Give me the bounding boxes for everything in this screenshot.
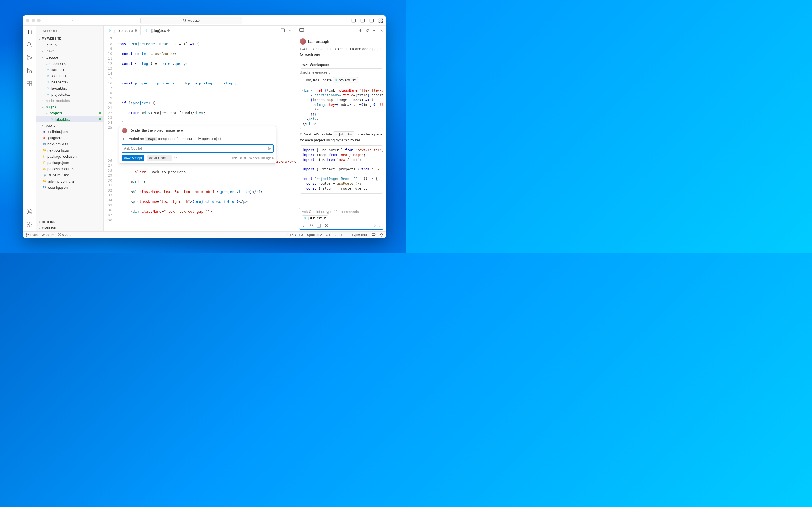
regenerate-icon[interactable]: ↻ [174, 156, 177, 161]
file-tsconfig[interactable]: TStsconfig.json [36, 184, 103, 190]
encoding-status[interactable]: UTF-8 [326, 233, 336, 237]
outline-section[interactable]: ›OUTLINE [36, 219, 103, 225]
slash-command-icon[interactable] [317, 224, 321, 228]
errors-status[interactable]: ⓧ0 ⚠0 [58, 232, 71, 237]
file-eslint[interactable]: ◉.eslintrc.json [36, 128, 103, 135]
remove-context-icon[interactable]: ✕ [323, 216, 326, 220]
chat-username: bamurtaugh [308, 40, 329, 44]
search-activity[interactable] [26, 41, 33, 48]
tab-slug[interactable]: ⚛ [slug].tsx [141, 25, 173, 35]
inline-more-icon[interactable]: ⋯ [179, 156, 183, 161]
history-icon[interactable]: ↺ [366, 29, 369, 33]
new-chat-icon[interactable]: + [359, 28, 362, 33]
workspace-badge[interactable]: </> Workspace [300, 61, 383, 69]
folder-github[interactable]: ›.github [36, 42, 103, 48]
cursor-position[interactable]: Ln 17, Col 3 [285, 233, 303, 237]
file-pill[interactable]: ⚛projects.tsx [333, 77, 358, 83]
svg-rect-1 [352, 19, 356, 22]
inline-chat-input[interactable]: Ask Copilot 🎤︎ [121, 145, 274, 153]
folder-components[interactable]: ⌄components [36, 60, 103, 66]
workspace-section[interactable]: ⌄MY-WEBSITE [36, 36, 103, 42]
file-pkg-lock[interactable]: {}package-lock.json [36, 153, 103, 159]
sync-status[interactable]: ⟳0↓ 1↑ [42, 233, 54, 237]
svg-rect-13 [27, 81, 29, 83]
folder-next[interactable]: ›.next [36, 48, 103, 54]
chat-icon[interactable] [299, 28, 304, 33]
command-center[interactable]: website [140, 17, 242, 24]
timeline-section[interactable]: ›TIMELINE [36, 225, 103, 231]
file-next-config[interactable]: JSnext.config.js [36, 147, 103, 153]
file-pill[interactable]: ⚛[slug].tsx [333, 131, 354, 137]
chat-panel: + ↺ ⋯ ✕ bamurtaugh I want to make each p… [296, 25, 386, 231]
send-button[interactable]: ▷ ⌄ [374, 223, 381, 228]
chat-more-icon[interactable]: ⋯ [373, 29, 376, 33]
tab-projects[interactable]: ⚛ projects.tsx [104, 25, 141, 35]
explorer-activity[interactable] [26, 29, 33, 35]
svg-point-8 [27, 43, 31, 46]
branch-status[interactable]: main [26, 233, 38, 237]
file-postcss[interactable]: JSpostcss.config.js [36, 166, 103, 172]
nav-forward[interactable]: → [80, 18, 85, 23]
file-tree: ›.github ›.next ›.vscode ⌄components ⚛ca… [36, 42, 103, 219]
file-gitignore[interactable]: ◆.gitignore [36, 135, 103, 141]
attach-icon[interactable]: 📎︎ [302, 223, 305, 228]
nav-back[interactable]: ← [71, 18, 75, 23]
file-layout[interactable]: ⚛layout.tsx [36, 85, 103, 91]
dirty-indicator-icon [135, 29, 137, 32]
chat-user-message: I want to make each project a link and a… [300, 46, 383, 57]
svg-point-19 [29, 224, 30, 225]
activity-bar [22, 25, 36, 231]
modified-dot-icon [99, 118, 101, 120]
folder-pages[interactable]: ⌄pages [36, 104, 103, 110]
context-pill[interactable]: ⚛ [slug].tsx ✕ [302, 216, 328, 221]
language-status[interactable]: { } TypeScript [347, 233, 368, 237]
folder-node-modules[interactable]: ›node_modules [36, 98, 103, 104]
folder-public[interactable]: ›public [36, 122, 103, 128]
feedback-icon[interactable] [371, 233, 375, 237]
settings-activity[interactable] [26, 221, 33, 228]
file-pkg[interactable]: {}package.json [36, 159, 103, 166]
file-slug[interactable]: ⚛[slug].tsx [36, 116, 103, 122]
close-window[interactable] [26, 19, 29, 22]
file-footer[interactable]: ⚛footer.tsx [36, 73, 103, 79]
notifications-icon[interactable] [379, 233, 384, 237]
account-activity[interactable] [26, 208, 33, 215]
explorer-title: EXPLORER [41, 29, 59, 33]
maximize-window[interactable] [37, 19, 41, 22]
code-editor[interactable]: 78910111213141516171819202122232425 2627… [104, 36, 296, 231]
editor-more-icon[interactable]: ⋯ [289, 29, 293, 33]
source-control-activity[interactable] [26, 54, 33, 61]
file-header[interactable]: ⚛header.tsx [36, 79, 103, 85]
accept-button[interactable]: ⌘⮐ Accept [121, 155, 144, 161]
mention-icon[interactable]: @ [309, 223, 313, 228]
chat-input[interactable]: Ask Copilot or type / for commands ⚛ [sl… [299, 208, 384, 230]
inline-hint: Hint: use ⌘ I to open this again [231, 156, 274, 161]
indent-status[interactable]: Spaces: 2 [307, 233, 322, 237]
file-readme[interactable]: ⓘREADME.md [36, 172, 103, 178]
split-editor-icon[interactable] [281, 28, 285, 33]
customize-layout-icon[interactable] [378, 18, 383, 23]
file-next-env[interactable]: TSnext-env.d.ts [36, 141, 103, 147]
window-controls [26, 19, 41, 22]
used-references[interactable]: Used 2 references ⌄ [300, 70, 383, 74]
svg-rect-14 [27, 84, 29, 86]
run-debug-activity[interactable] [26, 67, 33, 74]
extensions-activity[interactable] [26, 80, 33, 87]
microphone-icon[interactable]: 🎤︎ [325, 223, 328, 228]
svg-point-11 [30, 57, 32, 59]
layout-sidebar-right-icon[interactable] [369, 18, 374, 23]
status-bar: main ⟳0↓ 1↑ ⓧ0 ⚠0 Ln 17, Col 3 Spaces: 2… [22, 231, 386, 238]
file-tailwind[interactable]: JStailwind.config.js [36, 178, 103, 184]
discard-button[interactable]: ⌘⌫ Discard [147, 155, 172, 161]
explorer-more-icon[interactable]: ⋯ [96, 29, 99, 33]
close-chat-icon[interactable]: ✕ [380, 29, 384, 33]
folder-vscode[interactable]: ›.vscode [36, 54, 103, 60]
minimize-window[interactable] [32, 19, 35, 22]
file-projects-tsx[interactable]: ⚛projects.tsx [36, 91, 103, 98]
layout-sidebar-left-icon[interactable] [351, 18, 356, 23]
folder-projects[interactable]: ⌄projects [36, 110, 103, 116]
layout-panel-icon[interactable] [360, 18, 365, 23]
microphone-icon[interactable]: 🎤︎ [267, 146, 271, 151]
file-card[interactable]: ⚛card.tsx [36, 66, 103, 73]
eol-status[interactable]: LF [340, 233, 343, 237]
